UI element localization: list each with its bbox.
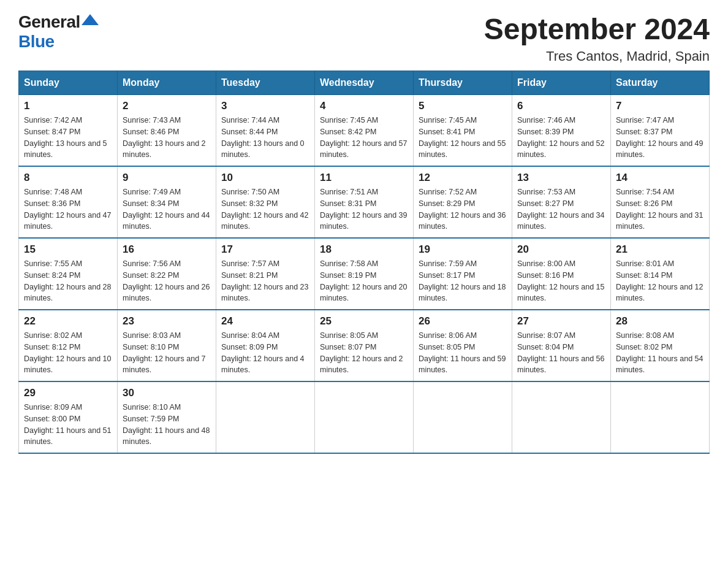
day-info: Sunrise: 7:53 AM Sunset: 8:27 PM Dayligh… bbox=[517, 186, 605, 232]
location-title: Tres Cantos, Madrid, Spain bbox=[484, 48, 710, 64]
day-number: 11 bbox=[320, 172, 408, 184]
logo: General Blue bbox=[18, 12, 99, 52]
day-info: Sunrise: 8:02 AM Sunset: 8:12 PM Dayligh… bbox=[24, 330, 112, 376]
day-number: 27 bbox=[517, 315, 605, 327]
day-number: 14 bbox=[616, 172, 704, 184]
table-row: 16 Sunrise: 7:56 AM Sunset: 8:22 PM Dayl… bbox=[118, 238, 216, 310]
header-saturday: Saturday bbox=[611, 71, 710, 95]
day-info: Sunrise: 8:00 AM Sunset: 8:16 PM Dayligh… bbox=[517, 258, 605, 304]
table-row: 28 Sunrise: 8:08 AM Sunset: 8:02 PM Dayl… bbox=[611, 310, 710, 381]
day-info: Sunrise: 8:09 AM Sunset: 8:00 PM Dayligh… bbox=[24, 402, 112, 448]
day-number: 30 bbox=[123, 387, 211, 399]
day-info: Sunrise: 7:55 AM Sunset: 8:24 PM Dayligh… bbox=[24, 258, 112, 304]
day-info: Sunrise: 7:59 AM Sunset: 8:17 PM Dayligh… bbox=[419, 258, 507, 304]
table-row: 1 Sunrise: 7:42 AM Sunset: 8:47 PM Dayli… bbox=[19, 95, 118, 167]
day-number: 15 bbox=[24, 243, 112, 256]
table-row bbox=[512, 381, 611, 453]
day-info: Sunrise: 7:49 AM Sunset: 8:34 PM Dayligh… bbox=[123, 186, 211, 232]
table-row bbox=[216, 381, 315, 453]
day-number: 5 bbox=[419, 100, 507, 112]
table-row: 6 Sunrise: 7:46 AM Sunset: 8:39 PM Dayli… bbox=[512, 95, 611, 167]
table-row: 29 Sunrise: 8:09 AM Sunset: 8:00 PM Dayl… bbox=[19, 381, 118, 453]
table-row: 10 Sunrise: 7:50 AM Sunset: 8:32 PM Dayl… bbox=[216, 166, 315, 238]
week-row-5: 29 Sunrise: 8:09 AM Sunset: 8:00 PM Dayl… bbox=[19, 381, 710, 453]
table-row: 15 Sunrise: 7:55 AM Sunset: 8:24 PM Dayl… bbox=[19, 238, 118, 310]
day-info: Sunrise: 7:45 AM Sunset: 8:42 PM Dayligh… bbox=[320, 115, 408, 161]
day-number: 24 bbox=[221, 315, 309, 327]
header-wednesday: Wednesday bbox=[315, 71, 414, 95]
day-number: 23 bbox=[123, 315, 211, 327]
page-header: General Blue September 2024 Tres Cantos,… bbox=[18, 12, 710, 64]
calendar-table: SundayMondayTuesdayWednesdayThursdayFrid… bbox=[18, 71, 710, 454]
table-row: 30 Sunrise: 8:10 AM Sunset: 7:59 PM Dayl… bbox=[118, 381, 216, 453]
day-number: 25 bbox=[320, 315, 408, 327]
logo-triangle-icon bbox=[82, 14, 99, 25]
day-number: 26 bbox=[419, 315, 507, 327]
table-row: 9 Sunrise: 7:49 AM Sunset: 8:34 PM Dayli… bbox=[118, 166, 216, 238]
day-info: Sunrise: 7:56 AM Sunset: 8:22 PM Dayligh… bbox=[123, 258, 211, 304]
table-row bbox=[315, 381, 414, 453]
table-row: 24 Sunrise: 8:04 AM Sunset: 8:09 PM Dayl… bbox=[216, 310, 315, 381]
table-row: 4 Sunrise: 7:45 AM Sunset: 8:42 PM Dayli… bbox=[315, 95, 414, 167]
table-row: 12 Sunrise: 7:52 AM Sunset: 8:29 PM Dayl… bbox=[414, 166, 512, 238]
day-info: Sunrise: 7:48 AM Sunset: 8:36 PM Dayligh… bbox=[24, 186, 112, 232]
day-info: Sunrise: 8:08 AM Sunset: 8:02 PM Dayligh… bbox=[616, 330, 704, 376]
day-number: 18 bbox=[320, 243, 408, 256]
table-row: 14 Sunrise: 7:54 AM Sunset: 8:26 PM Dayl… bbox=[611, 166, 710, 238]
day-number: 6 bbox=[517, 100, 605, 112]
day-info: Sunrise: 8:01 AM Sunset: 8:14 PM Dayligh… bbox=[616, 258, 704, 304]
day-info: Sunrise: 7:54 AM Sunset: 8:26 PM Dayligh… bbox=[616, 186, 704, 232]
table-row: 17 Sunrise: 7:57 AM Sunset: 8:21 PM Dayl… bbox=[216, 238, 315, 310]
table-row: 25 Sunrise: 8:05 AM Sunset: 8:07 PM Dayl… bbox=[315, 310, 414, 381]
table-row: 18 Sunrise: 7:58 AM Sunset: 8:19 PM Dayl… bbox=[315, 238, 414, 310]
day-number: 8 bbox=[24, 172, 112, 184]
day-number: 9 bbox=[123, 172, 211, 184]
day-info: Sunrise: 7:50 AM Sunset: 8:32 PM Dayligh… bbox=[221, 186, 309, 232]
day-number: 1 bbox=[24, 100, 112, 112]
calendar-body: 1 Sunrise: 7:42 AM Sunset: 8:47 PM Dayli… bbox=[19, 95, 710, 454]
day-number: 2 bbox=[123, 100, 211, 112]
table-row: 13 Sunrise: 7:53 AM Sunset: 8:27 PM Dayl… bbox=[512, 166, 611, 238]
table-row: 5 Sunrise: 7:45 AM Sunset: 8:41 PM Dayli… bbox=[414, 95, 512, 167]
table-row: 27 Sunrise: 8:07 AM Sunset: 8:04 PM Dayl… bbox=[512, 310, 611, 381]
day-number: 20 bbox=[517, 243, 605, 256]
day-info: Sunrise: 8:05 AM Sunset: 8:07 PM Dayligh… bbox=[320, 330, 408, 376]
calendar-header: SundayMondayTuesdayWednesdayThursdayFrid… bbox=[19, 71, 710, 95]
day-number: 4 bbox=[320, 100, 408, 112]
header-friday: Friday bbox=[512, 71, 611, 95]
day-number: 7 bbox=[616, 100, 704, 112]
day-info: Sunrise: 8:10 AM Sunset: 7:59 PM Dayligh… bbox=[123, 402, 211, 448]
day-info: Sunrise: 7:43 AM Sunset: 8:46 PM Dayligh… bbox=[123, 115, 211, 161]
table-row: 2 Sunrise: 7:43 AM Sunset: 8:46 PM Dayli… bbox=[118, 95, 216, 167]
day-info: Sunrise: 7:42 AM Sunset: 8:47 PM Dayligh… bbox=[24, 115, 112, 161]
day-number: 28 bbox=[616, 315, 704, 327]
table-row: 21 Sunrise: 8:01 AM Sunset: 8:14 PM Dayl… bbox=[611, 238, 710, 310]
day-number: 3 bbox=[221, 100, 309, 112]
logo-general: General bbox=[18, 12, 80, 32]
day-number: 29 bbox=[24, 387, 112, 399]
day-info: Sunrise: 7:45 AM Sunset: 8:41 PM Dayligh… bbox=[419, 115, 507, 161]
table-row: 7 Sunrise: 7:47 AM Sunset: 8:37 PM Dayli… bbox=[611, 95, 710, 167]
day-number: 19 bbox=[419, 243, 507, 256]
table-row: 20 Sunrise: 8:00 AM Sunset: 8:16 PM Dayl… bbox=[512, 238, 611, 310]
day-number: 17 bbox=[221, 243, 309, 256]
header-monday: Monday bbox=[118, 71, 216, 95]
week-row-2: 8 Sunrise: 7:48 AM Sunset: 8:36 PM Dayli… bbox=[19, 166, 710, 238]
table-row: 19 Sunrise: 7:59 AM Sunset: 8:17 PM Dayl… bbox=[414, 238, 512, 310]
day-info: Sunrise: 7:51 AM Sunset: 8:31 PM Dayligh… bbox=[320, 186, 408, 232]
day-number: 16 bbox=[123, 243, 211, 256]
header-tuesday: Tuesday bbox=[216, 71, 315, 95]
table-row: 26 Sunrise: 8:06 AM Sunset: 8:05 PM Dayl… bbox=[414, 310, 512, 381]
day-number: 21 bbox=[616, 243, 704, 256]
day-info: Sunrise: 8:03 AM Sunset: 8:10 PM Dayligh… bbox=[123, 330, 211, 376]
day-number: 12 bbox=[419, 172, 507, 184]
day-info: Sunrise: 7:46 AM Sunset: 8:39 PM Dayligh… bbox=[517, 115, 605, 161]
day-info: Sunrise: 8:06 AM Sunset: 8:05 PM Dayligh… bbox=[419, 330, 507, 376]
month-title: September 2024 bbox=[484, 12, 710, 46]
day-info: Sunrise: 8:04 AM Sunset: 8:09 PM Dayligh… bbox=[221, 330, 309, 376]
table-row: 3 Sunrise: 7:44 AM Sunset: 8:44 PM Dayli… bbox=[216, 95, 315, 167]
table-row: 22 Sunrise: 8:02 AM Sunset: 8:12 PM Dayl… bbox=[19, 310, 118, 381]
day-number: 13 bbox=[517, 172, 605, 184]
day-info: Sunrise: 7:58 AM Sunset: 8:19 PM Dayligh… bbox=[320, 258, 408, 304]
week-row-3: 15 Sunrise: 7:55 AM Sunset: 8:24 PM Dayl… bbox=[19, 238, 710, 310]
